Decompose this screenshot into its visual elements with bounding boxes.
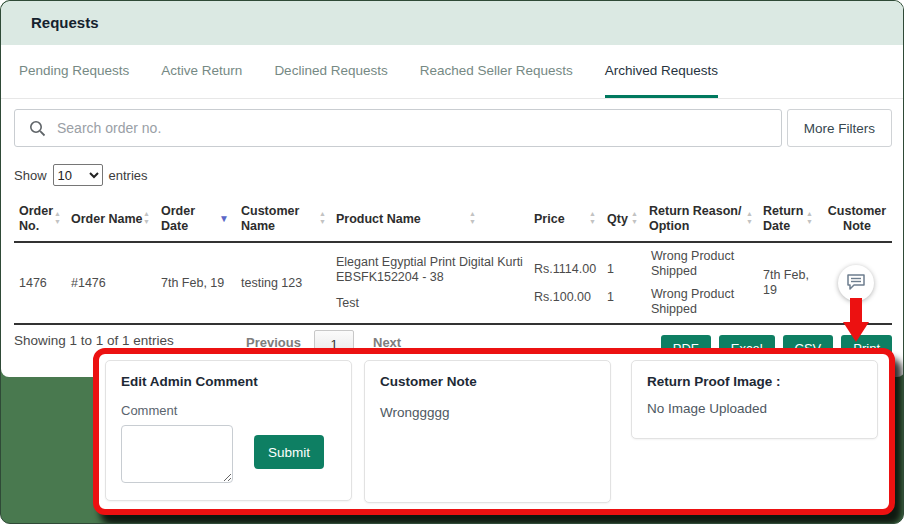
- chat-bubble-icon: [846, 273, 866, 294]
- column-price[interactable]: Price: [534, 197, 584, 241]
- more-filters-button[interactable]: More Filters: [787, 109, 892, 147]
- sort-icon: ▲▼: [806, 210, 813, 226]
- tab-bar: Pending Requests Active Return Declined …: [1, 45, 904, 99]
- cell-order-no: 1476: [19, 243, 63, 323]
- column-customer-name[interactable]: Customer Name: [241, 197, 321, 241]
- entries-select[interactable]: 10: [53, 164, 103, 186]
- tab-active-return[interactable]: Active Return: [161, 45, 242, 98]
- product-line-3: Test: [336, 296, 523, 311]
- annotation-arrow-bar: [850, 298, 862, 323]
- customer-note-title: Customer Note: [380, 374, 477, 389]
- return-reason-2: Wrong Product Shipped: [651, 287, 747, 317]
- cell-product-name: Elegant Egyptial Print Digital Kurti EBS…: [336, 243, 531, 323]
- main-panel: Requests Pending Requests Active Return …: [1, 1, 904, 377]
- column-customer-note: Customer Note: [819, 197, 895, 241]
- edit-admin-comment-title: Edit Admin Comment: [121, 374, 258, 389]
- cell-qty: 1 1: [607, 243, 633, 323]
- column-return-reason[interactable]: Return Reason/ Option: [649, 197, 743, 241]
- customer-note-card: Customer Note Wronggggg: [364, 360, 611, 503]
- product-line-2: EBSFK152204 - 38: [336, 270, 523, 285]
- search-box: [14, 109, 782, 147]
- annotation-arrow-head: [843, 322, 869, 342]
- table-header: Order No. Order Name Order Date Customer…: [1, 197, 904, 241]
- sort-icon: ▲▼: [54, 210, 61, 226]
- tab-pending-requests[interactable]: Pending Requests: [19, 45, 129, 98]
- return-proof-title: Return Proof Image :: [647, 374, 781, 389]
- return-proof-card: Return Proof Image : No Image Uploaded: [631, 360, 878, 439]
- showing-entries-text: Showing 1 to 1 of 1 entries: [14, 333, 174, 348]
- cell-order-name: #1476: [71, 243, 155, 323]
- qty-2: 1: [607, 290, 614, 305]
- edit-admin-comment-card: Edit Admin Comment Comment Submit: [105, 360, 352, 501]
- tab-reached-seller-requests[interactable]: Reached Seller Requests: [420, 45, 573, 98]
- cell-order-date: 7th Feb, 19: [161, 243, 237, 323]
- page-title: Requests: [31, 1, 99, 45]
- customer-note-value: Wronggggg: [380, 405, 450, 420]
- table-row: 1476 #1476 7th Feb, 19 testing 123 Elega…: [1, 243, 904, 323]
- return-proof-value: No Image Uploaded: [647, 401, 767, 416]
- submit-button[interactable]: Submit: [254, 435, 324, 469]
- sort-desc-icon: ▼: [219, 213, 229, 224]
- entries-label: entries: [109, 168, 148, 183]
- requests-page: Requests Pending Requests Active Return …: [0, 0, 904, 524]
- customer-note-button[interactable]: [838, 265, 874, 301]
- show-label: Show: [14, 168, 47, 183]
- return-reason-1: Wrong Product Shipped: [651, 249, 747, 279]
- price-2: Rs.100.00: [534, 290, 596, 305]
- cell-return-reason: Wrong Product Shipped Wrong Product Ship…: [651, 243, 747, 323]
- sort-icon: ▲▼: [631, 210, 638, 226]
- sort-icon: ▲▼: [746, 210, 753, 226]
- cell-customer-name: testing 123: [241, 243, 327, 323]
- tab-declined-requests[interactable]: Declined Requests: [274, 45, 387, 98]
- price-1: Rs.1114.00: [534, 262, 596, 277]
- search-icon: [29, 120, 46, 141]
- table-bottom-divider: [14, 323, 892, 325]
- comment-textarea[interactable]: [121, 425, 233, 483]
- qty-1: 1: [607, 262, 614, 277]
- page-header: Requests: [1, 1, 904, 45]
- column-order-date[interactable]: Order Date: [161, 197, 209, 241]
- comment-label: Comment: [121, 403, 177, 418]
- cell-return-date: 7th Feb, 19: [763, 243, 817, 323]
- sort-icon: ▲▼: [589, 210, 596, 226]
- note-detail-popup: Edit Admin Comment Comment Submit Custom…: [93, 348, 895, 515]
- tab-archived-requests[interactable]: Archived Requests: [605, 45, 718, 98]
- entries-control: Show 10 entries: [14, 163, 148, 187]
- sort-icon: ▲▼: [319, 210, 326, 226]
- column-product-name[interactable]: Product Name: [336, 197, 456, 241]
- product-line-1: Elegant Egyptial Print Digital Kurti: [336, 255, 523, 270]
- cell-price: Rs.1114.00 Rs.100.00: [534, 243, 600, 323]
- sort-icon: ▲▼: [469, 210, 476, 226]
- sort-icon: ▲▼: [143, 210, 150, 226]
- column-return-date[interactable]: Return Date: [763, 197, 811, 241]
- search-input[interactable]: [57, 111, 767, 145]
